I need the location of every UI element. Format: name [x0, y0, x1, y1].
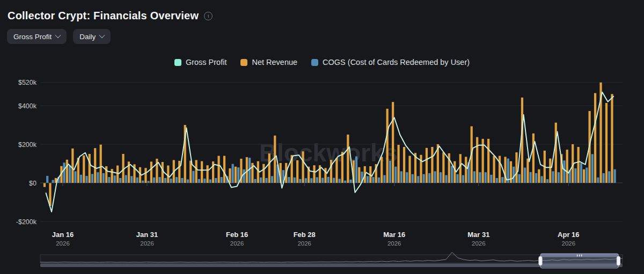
- grip-icon: [581, 255, 582, 257]
- grip-icon: [579, 255, 580, 257]
- financials-dashboard: Collector Crypt: Financials Overview i G…: [0, 0, 644, 274]
- legend-label: Net Revenue: [252, 58, 297, 66]
- navigator-handle-right[interactable]: [617, 256, 620, 265]
- metric-dropdown[interactable]: Gross Profit: [7, 29, 67, 44]
- page-title: Collector Crypt: Financials Overview: [8, 10, 199, 22]
- legend-item-cogs[interactable]: COGS (Cost of Cards Redeemed by User): [311, 58, 470, 66]
- gross-profit-swatch-icon: [174, 59, 181, 66]
- metric-dropdown-label: Gross Profit: [13, 33, 52, 41]
- interval-dropdown-label: Daily: [79, 33, 96, 41]
- legend-label: Gross Profit: [186, 58, 227, 66]
- legend-item-gross-profit[interactable]: Gross Profit: [174, 58, 227, 66]
- grip-icon: [577, 255, 578, 257]
- legend-item-net-revenue[interactable]: Net Revenue: [240, 58, 297, 66]
- chart-legend: Gross Profit Net Revenue COGS (Cost of C…: [0, 58, 644, 66]
- navigator-scrollbar[interactable]: [40, 264, 623, 268]
- navigator-handle-left[interactable]: [539, 256, 542, 265]
- cogs-swatch-icon: [311, 59, 318, 66]
- toolbar: Gross Profit Daily: [7, 29, 111, 44]
- chevron-down-icon: [99, 32, 105, 38]
- chevron-down-icon: [55, 32, 61, 38]
- interval-dropdown[interactable]: Daily: [73, 29, 111, 44]
- header: Collector Crypt: Financials Overview i: [8, 10, 213, 22]
- legend-label: COGS (Cost of Cards Redeemed by User): [323, 58, 470, 66]
- net-revenue-swatch-icon: [240, 59, 247, 66]
- info-icon[interactable]: i: [204, 12, 213, 20]
